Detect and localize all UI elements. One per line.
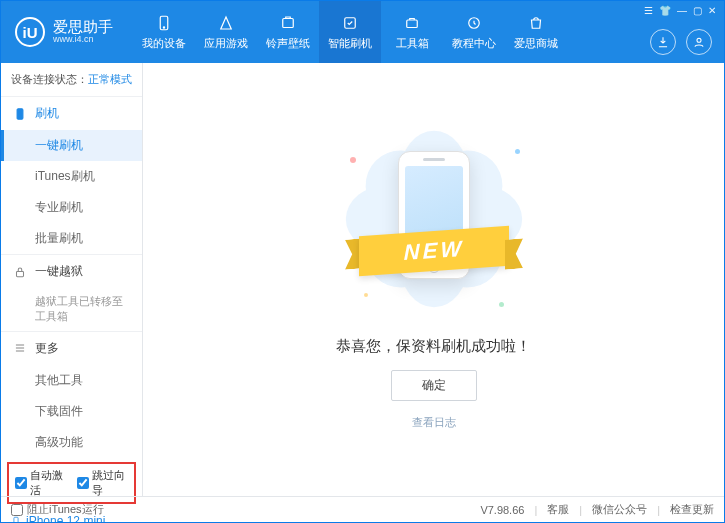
skip-guide-label: 跳过向导 <box>92 468 129 498</box>
body: 设备连接状态：正常模式 刷机 一键刷机iTunes刷机专业刷机批量刷机 一键越狱… <box>1 63 724 496</box>
app-window: iU 爱思助手 www.i4.cn 我的设备应用游戏铃声壁纸智能刷机工具箱教程中… <box>0 0 725 523</box>
nav-icon <box>216 14 236 32</box>
svg-rect-4 <box>407 20 418 28</box>
nav-item-4[interactable]: 工具箱 <box>381 1 443 63</box>
logo-area: iU 爱思助手 www.i4.cn <box>1 17 127 47</box>
nav-item-0[interactable]: 我的设备 <box>133 1 195 63</box>
success-message: 恭喜您，保资料刷机成功啦！ <box>336 337 531 356</box>
minimize-icon[interactable]: — <box>677 5 687 16</box>
menu-icon[interactable]: ☰ <box>644 5 653 16</box>
menu-lines-icon <box>13 341 27 355</box>
view-log-link[interactable]: 查看日志 <box>412 415 456 430</box>
sidebar-section-jailbreak: 一键越狱 越狱工具已转移至工具箱 <box>1 255 142 332</box>
skip-guide-checkbox[interactable]: 跳过向导 <box>77 468 129 498</box>
lock-icon <box>13 265 27 279</box>
nav-label: 智能刷机 <box>328 36 372 51</box>
sidebar-item-more-0[interactable]: 其他工具 <box>1 365 142 396</box>
wechat-link[interactable]: 微信公众号 <box>592 502 647 517</box>
connection-label: 设备连接状态： <box>11 73 88 85</box>
brand: 爱思助手 www.i4.cn <box>53 19 113 45</box>
nav-icon <box>526 14 546 32</box>
nav-item-2[interactable]: 铃声壁纸 <box>257 1 319 63</box>
block-itunes-checkbox[interactable]: 阻止iTunes运行 <box>11 502 104 517</box>
jailbreak-note: 越狱工具已转移至工具箱 <box>1 288 142 331</box>
sidebar-section-flash: 刷机 一键刷机iTunes刷机专业刷机批量刷机 <box>1 97 142 255</box>
svg-point-6 <box>697 38 701 42</box>
main-nav: 我的设备应用游戏铃声壁纸智能刷机工具箱教程中心爱思商城 <box>133 1 567 63</box>
svg-rect-7 <box>17 108 23 119</box>
sidebar-item-more-1[interactable]: 下载固件 <box>1 396 142 427</box>
header: iU 爱思助手 www.i4.cn 我的设备应用游戏铃声壁纸智能刷机工具箱教程中… <box>1 1 724 63</box>
sidebar: 设备连接状态：正常模式 刷机 一键刷机iTunes刷机专业刷机批量刷机 一键越狱… <box>1 63 143 496</box>
brand-url: www.i4.cn <box>53 35 113 45</box>
sidebar-header-more-label: 更多 <box>35 340 59 357</box>
sidebar-item-flash-0[interactable]: 一键刷机 <box>1 130 142 161</box>
main-content: NEW 恭喜您，保资料刷机成功啦！ 确定 查看日志 <box>143 63 724 496</box>
nav-item-5[interactable]: 教程中心 <box>443 1 505 63</box>
nav-icon <box>402 14 422 32</box>
sidebar-header-jailbreak[interactable]: 一键越狱 <box>1 255 142 288</box>
auto-activate-label: 自动激活 <box>30 468 67 498</box>
more-list: 其他工具下载固件高级功能 <box>1 365 142 458</box>
sidebar-header-jailbreak-label: 一键越狱 <box>35 263 83 280</box>
sidebar-item-flash-2[interactable]: 专业刷机 <box>1 192 142 223</box>
sidebar-item-flash-1[interactable]: iTunes刷机 <box>1 161 142 192</box>
ribbon-text: NEW <box>359 226 509 276</box>
success-illustration: NEW <box>344 119 524 319</box>
nav-label: 铃声壁纸 <box>266 36 310 51</box>
nav-icon <box>340 14 360 32</box>
separator: | <box>579 504 582 516</box>
nav-label: 我的设备 <box>142 36 186 51</box>
sidebar-header-flash-label: 刷机 <box>35 105 59 122</box>
nav-icon <box>278 14 298 32</box>
skin-icon[interactable]: 👕 <box>659 5 671 16</box>
connection-mode: 正常模式 <box>88 73 132 85</box>
flash-list: 一键刷机iTunes刷机专业刷机批量刷机 <box>1 130 142 254</box>
nav-item-6[interactable]: 爱思商城 <box>505 1 567 63</box>
nav-label: 应用游戏 <box>204 36 248 51</box>
ok-button[interactable]: 确定 <box>391 370 477 401</box>
maximize-icon[interactable]: ▢ <box>693 5 702 16</box>
sidebar-section-more: 更多 其他工具下载固件高级功能 <box>1 332 142 458</box>
check-update-link[interactable]: 检查更新 <box>670 502 714 517</box>
footer: 阻止iTunes运行 V7.98.66 | 客服 | 微信公众号 | 检查更新 <box>1 496 724 522</box>
nav-icon <box>464 14 484 32</box>
connection-status: 设备连接状态：正常模式 <box>1 63 142 97</box>
nav-label: 爱思商城 <box>514 36 558 51</box>
separator: | <box>657 504 660 516</box>
separator: | <box>534 504 537 516</box>
header-actions <box>650 29 712 55</box>
customer-service-link[interactable]: 客服 <box>547 502 569 517</box>
logo-icon: iU <box>15 17 45 47</box>
close-icon[interactable]: ✕ <box>708 5 716 16</box>
block-itunes-label: 阻止iTunes运行 <box>27 502 104 517</box>
nav-item-3[interactable]: 智能刷机 <box>319 1 381 63</box>
window-controls: ☰ 👕 — ▢ ✕ <box>644 5 716 16</box>
svg-point-1 <box>163 26 164 27</box>
phone-icon <box>13 107 27 121</box>
auto-activate-checkbox[interactable]: 自动激活 <box>15 468 67 498</box>
svg-rect-8 <box>17 271 24 276</box>
nav-label: 工具箱 <box>396 36 429 51</box>
nav-icon <box>154 14 174 32</box>
sidebar-header-flash[interactable]: 刷机 <box>1 97 142 130</box>
svg-rect-2 <box>283 18 294 27</box>
sidebar-header-more[interactable]: 更多 <box>1 332 142 365</box>
user-button[interactable] <box>686 29 712 55</box>
nav-label: 教程中心 <box>452 36 496 51</box>
sidebar-item-more-2[interactable]: 高级功能 <box>1 427 142 458</box>
brand-name: 爱思助手 <box>53 19 113 36</box>
version-label: V7.98.66 <box>480 504 524 516</box>
download-button[interactable] <box>650 29 676 55</box>
sidebar-item-flash-3[interactable]: 批量刷机 <box>1 223 142 254</box>
nav-item-1[interactable]: 应用游戏 <box>195 1 257 63</box>
new-ribbon: NEW <box>359 231 509 271</box>
